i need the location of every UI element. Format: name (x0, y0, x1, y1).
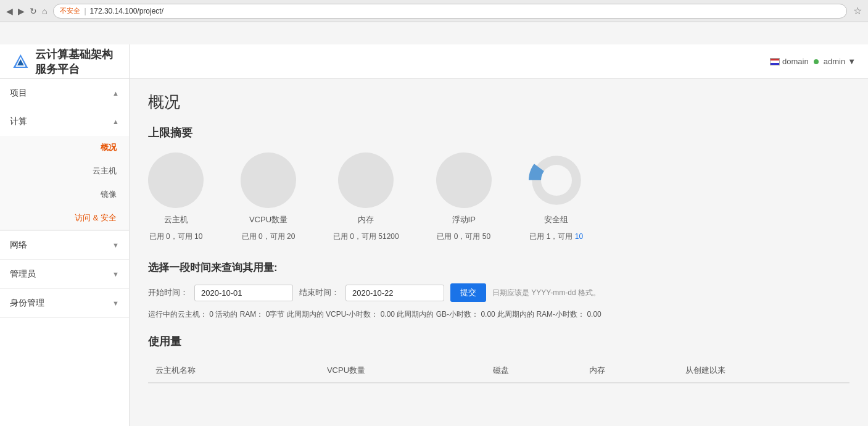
quota-avail-security-group: 10 (575, 232, 583, 241)
end-time-input[interactable] (345, 285, 444, 301)
url-text: 172.30.14.100/project/ (90, 7, 163, 15)
stats-row: 运行中的云主机： 0 活动的 RAM： 0字节 此周期内的 VCPU-小时数： … (148, 308, 849, 322)
security-indicator: 不安全 (60, 6, 80, 15)
admin-chevron-icon: ▼ (848, 57, 856, 66)
logo-icon (12, 49, 29, 74)
sidebar-item-image[interactable]: 镜像 (0, 183, 129, 206)
quota-status-floating-ip: 已用 0，可用 50 (437, 232, 490, 242)
home-button[interactable]: ⌂ (42, 6, 47, 16)
sidebar-admin-label: 管理员 (10, 269, 36, 280)
time-query-title: 选择一段时间来查询其用量: (148, 261, 849, 275)
time-query-form: 开始时间： 结束时间： 提交 日期应该是 YYYY-mm-dd 格式。 (148, 283, 849, 302)
quota-status-vcpu: 已用 0，可用 20 (242, 232, 296, 242)
start-time-input[interactable] (194, 285, 293, 301)
sidebar-item-access-security[interactable]: 访问 & 安全 (0, 206, 129, 230)
header-right: domain admin ▼ (770, 57, 856, 66)
sidebar-identity-header[interactable]: 身份管理 ▼ (0, 289, 129, 317)
quota-circle-memory (338, 152, 394, 208)
forward-button[interactable]: ▶ (18, 6, 25, 16)
quota-section-title: 上限摘要 (148, 125, 849, 140)
end-time-label: 结束时间： (299, 287, 339, 298)
app-header: 云计算基础架构服务平台 (0, 44, 129, 79)
col-memory: 内存 (582, 359, 678, 383)
quota-status-security-group: 已用 1，可用 10 (529, 232, 583, 242)
admin-chevron-icon: ▼ (112, 270, 119, 278)
quota-circle-floating-ip (436, 152, 492, 208)
time-query-section: 选择一段时间来查询其用量: 开始时间： 结束时间： 提交 日期应该是 YYYY-… (148, 261, 849, 322)
sidebar-project-header[interactable]: 项目 ▲ (0, 79, 129, 107)
quota-item-floating-ip: 浮动IP 已用 0，可用 50 (436, 152, 492, 242)
usage-table-header: 云主机名称 VCPU数量 磁盘 内存 从创建以来 (148, 359, 849, 383)
back-button[interactable]: ◀ (6, 6, 13, 16)
quota-item-memory: 内存 已用 0，可用 51200 (333, 152, 399, 242)
app-wrapper: 云计算基础架构服务平台 项目 ▲ 计算 ▲ 概况 云主机 镜 (0, 44, 868, 426)
sidebar-compute-section: 计算 ▲ 概况 云主机 镜像 访问 & 安全 (0, 107, 129, 230)
page-title: 概况 (148, 91, 849, 113)
reload-button[interactable]: ↻ (30, 6, 37, 16)
quota-grid: 云主机 已用 0，可用 10 VCPU数量 已用 0，可用 20 内 (148, 152, 849, 242)
app-title: 云计算基础架构服务平台 (35, 47, 117, 77)
col-created-since: 从创建以来 (678, 359, 849, 383)
compute-chevron-icon: ▲ (112, 118, 119, 125)
main-content: 概况 上限摘要 云主机 已用 0，可用 10 (130, 79, 868, 426)
quota-item-vm: 云主机 已用 0，可用 10 (148, 152, 204, 242)
usage-table-header-row: 云主机名称 VCPU数量 磁盘 内存 从创建以来 (148, 359, 849, 383)
identity-chevron-icon: ▼ (112, 299, 119, 307)
browser-bar: ◀ ▶ ↻ ⌂ 不安全 | 172.30.14.100/project/ ☆ (0, 0, 868, 22)
quota-circle-vm (148, 152, 204, 208)
project-chevron-icon: ▲ (112, 90, 119, 97)
col-vcpu: VCPU数量 (320, 359, 486, 383)
date-hint: 日期应该是 YYYY-mm-dd 格式。 (492, 288, 600, 298)
sidebar-section-admin: 管理员 ▼ (0, 260, 129, 289)
sidebar-section-network: 网络 ▼ (0, 231, 129, 260)
usage-section: 使用量 云主机名称 VCPU数量 磁盘 内存 从创建以来 (148, 334, 849, 383)
quota-circle-vcpu (241, 152, 296, 208)
top-bar: domain admin ▼ (130, 44, 868, 79)
quota-label-vcpu: VCPU数量 (249, 214, 287, 225)
url-bar[interactable]: 不安全 | 172.30.14.100/project/ (53, 4, 847, 19)
quota-item-vcpu: VCPU数量 已用 0，可用 20 (241, 152, 296, 242)
sidebar-compute-label: 计算 (10, 116, 27, 127)
quota-used-security-group: 已用 1，可用 (529, 232, 574, 241)
sidebar-network-label: 网络 (10, 240, 27, 251)
start-time-label: 开始时间： (148, 287, 188, 298)
security-group-pie-chart (529, 152, 584, 208)
quota-label-memory: 内存 (358, 214, 374, 225)
svg-point-5 (541, 165, 572, 196)
domain-flag-icon (770, 58, 780, 65)
sidebar-admin-header[interactable]: 管理员 ▼ (0, 260, 129, 288)
sidebar-compute-header[interactable]: 计算 ▲ (0, 107, 129, 136)
sidebar-item-vm[interactable]: 云主机 (0, 159, 129, 183)
quota-circle-security-group (529, 152, 584, 208)
quota-item-security-group: 安全组 已用 1，可用 10 (529, 152, 584, 242)
quota-label-vm: 云主机 (164, 214, 188, 225)
main-area: domain admin ▼ 概况 上限摘要 (130, 44, 868, 426)
admin-dropdown[interactable]: admin ▼ (824, 57, 856, 66)
sidebar-identity-label: 身份管理 (10, 298, 44, 309)
admin-label: admin (824, 57, 845, 66)
usage-table: 云主机名称 VCPU数量 磁盘 内存 从创建以来 (148, 359, 849, 383)
status-dot-icon (814, 59, 819, 64)
col-vm-name: 云主机名称 (148, 359, 320, 383)
sidebar-section-project: 项目 ▲ 计算 ▲ 概况 云主机 镜像 访问 & 安全 (0, 79, 129, 231)
quota-status-vm: 已用 0，可用 10 (149, 232, 203, 242)
submit-button[interactable]: 提交 (450, 283, 486, 302)
col-disk: 磁盘 (486, 359, 582, 383)
sidebar-network-header[interactable]: 网络 ▼ (0, 231, 129, 259)
sidebar-project-label: 项目 (10, 88, 27, 99)
browser-navigation[interactable]: ◀ ▶ ↻ ⌂ (6, 6, 47, 16)
usage-title: 使用量 (148, 334, 849, 349)
header-logo: 云计算基础架构服务平台 (12, 47, 117, 77)
quota-status-memory: 已用 0，可用 51200 (333, 232, 399, 242)
page-body: 概况 上限摘要 云主机 已用 0，可用 10 (130, 79, 868, 396)
sidebar-item-overview[interactable]: 概况 (0, 136, 129, 159)
quota-label-security-group: 安全组 (544, 214, 568, 225)
network-chevron-icon: ▼ (112, 241, 119, 249)
quota-label-floating-ip: 浮动IP (452, 214, 476, 225)
quota-section: 上限摘要 云主机 已用 0，可用 10 VCPU数量 已用 0，可用 2 (148, 125, 849, 242)
sidebar-section-identity: 身份管理 ▼ (0, 289, 129, 318)
url-separator: | (84, 7, 86, 15)
domain-label: domain (782, 57, 809, 66)
sidebar: 云计算基础架构服务平台 项目 ▲ 计算 ▲ 概况 云主机 镜 (0, 44, 130, 426)
bookmark-icon[interactable]: ☆ (853, 5, 862, 17)
